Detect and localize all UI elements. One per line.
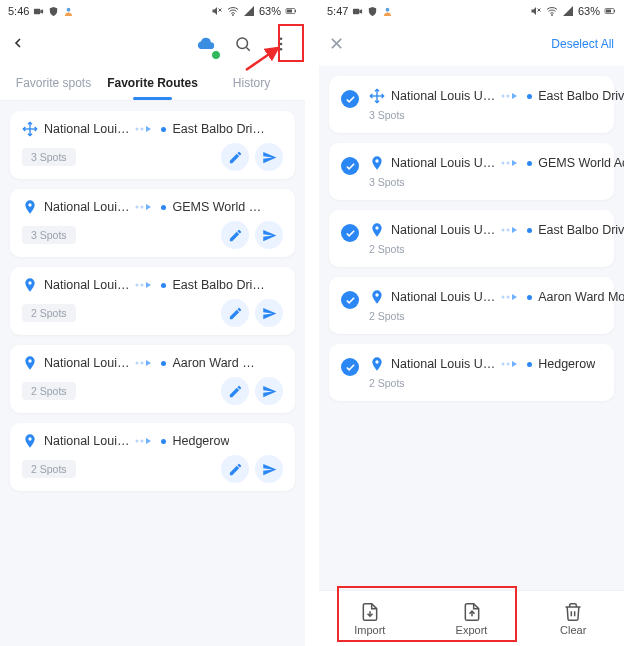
import-icon: [360, 602, 380, 622]
svg-point-12: [280, 48, 283, 51]
route-text: National Louis U…Hedgerow: [391, 357, 602, 371]
checkbox-checked[interactable]: [341, 291, 359, 309]
svg-point-45: [375, 226, 378, 229]
svg-point-48: [375, 293, 378, 296]
svg-point-42: [375, 159, 378, 162]
edit-button[interactable]: [221, 221, 249, 249]
signal-icon: [562, 5, 574, 17]
svg-point-34: [551, 15, 552, 16]
route-card[interactable]: National Loui…East Balbo Dri…2 Spots: [10, 267, 295, 335]
route-dot-icon: [527, 228, 532, 233]
route-card[interactable]: National Loui…Aaron Ward …2 Spots: [10, 345, 295, 413]
route-from: National Loui…: [44, 122, 129, 136]
edit-button[interactable]: [221, 299, 249, 327]
route-arrow-icon: [135, 359, 155, 367]
navbar: [0, 22, 305, 66]
battery-text: 63%: [259, 5, 281, 17]
route-dot-icon: [161, 361, 166, 366]
status-user-icon: [382, 6, 393, 17]
svg-point-52: [502, 363, 505, 366]
back-button[interactable]: [10, 35, 26, 54]
route-to: East Balbo Drive: [538, 223, 624, 237]
svg-point-53: [507, 363, 510, 366]
clear-button[interactable]: Clear: [522, 591, 624, 646]
route-to: East Balbo Dri…: [172, 122, 264, 136]
edit-button[interactable]: [221, 143, 249, 171]
tab-favorite-routes[interactable]: Favorite Routes: [103, 66, 202, 100]
route-card[interactable]: National Loui…Hedgerow2 Spots: [10, 423, 295, 491]
route-list-selection[interactable]: National Louis U…East Balbo Drive3 Spots…: [319, 66, 624, 590]
route-from: National Loui…: [44, 278, 129, 292]
edit-button[interactable]: [221, 455, 249, 483]
route-card-selected[interactable]: National Louis U…Aaron Ward Mon…2 Spots: [329, 277, 614, 334]
send-button[interactable]: [255, 455, 283, 483]
svg-point-15: [136, 128, 139, 131]
route-card[interactable]: National Loui…East Balbo Dri…3 Spots: [10, 111, 295, 179]
svg-point-23: [28, 359, 31, 362]
route-dot-icon: [527, 362, 532, 367]
svg-point-46: [502, 229, 505, 232]
route-dot-icon: [527, 94, 532, 99]
route-text: National Loui…East Balbo Dri…: [44, 278, 283, 292]
svg-point-41: [507, 95, 510, 98]
phone-left: 5:46 63%: [0, 0, 305, 646]
deselect-all-button[interactable]: Deselect All: [551, 37, 614, 51]
checkbox-checked[interactable]: [341, 224, 359, 242]
route-card-selected[interactable]: National Louis U…East Balbo Drive3 Spots: [329, 76, 614, 133]
battery-text: 63%: [578, 5, 600, 17]
checkbox-checked[interactable]: [341, 157, 359, 175]
spots-count: 3 Spots: [22, 226, 76, 244]
tab-history[interactable]: History: [202, 66, 301, 100]
send-button[interactable]: [255, 299, 283, 327]
route-from: National Loui…: [44, 200, 129, 214]
send-button[interactable]: [255, 377, 283, 405]
route-text: National Loui…Hedgerow: [44, 434, 283, 448]
send-button[interactable]: [255, 143, 283, 171]
overflow-menu-button[interactable]: [267, 30, 295, 58]
cloud-sync-button[interactable]: [191, 30, 219, 58]
close-button[interactable]: ✕: [329, 33, 344, 55]
svg-rect-0: [34, 8, 40, 14]
status-shield-icon: [367, 6, 378, 17]
svg-point-25: [141, 362, 144, 365]
svg-point-49: [502, 296, 505, 299]
status-cam-icon: [33, 6, 44, 17]
spots-count: 3 Spots: [369, 176, 624, 188]
route-from: National Louis U…: [391, 89, 495, 103]
route-card-selected[interactable]: National Louis U…Hedgerow2 Spots: [329, 344, 614, 401]
spots-count: 2 Spots: [369, 310, 624, 322]
svg-point-22: [141, 284, 144, 287]
route-text: National Louis U…GEMS World Aca…: [391, 156, 624, 170]
route-list[interactable]: National Loui…East Balbo Dri…3 SpotsNati…: [0, 101, 305, 646]
checkbox-checked[interactable]: [341, 358, 359, 376]
search-button[interactable]: [229, 30, 257, 58]
edit-button[interactable]: [221, 377, 249, 405]
tab-favorite-spots[interactable]: Favorite spots: [4, 66, 103, 100]
spots-count: 2 Spots: [369, 243, 624, 255]
status-time: 5:47: [327, 5, 348, 17]
route-arrow-icon: [501, 226, 521, 234]
route-text: National Louis U…East Balbo Drive: [391, 223, 624, 237]
export-label: Export: [456, 624, 488, 636]
tabs: Favorite spots Favorite Routes History: [0, 66, 305, 101]
route-card-selected[interactable]: National Louis U…GEMS World Aca…3 Spots: [329, 143, 614, 200]
route-text: National Loui…Aaron Ward …: [44, 356, 283, 370]
move-icon: [369, 88, 385, 104]
route-card[interactable]: National Loui…GEMS World …3 Spots: [10, 189, 295, 257]
export-icon: [462, 602, 482, 622]
pin-icon: [369, 155, 385, 171]
import-label: Import: [354, 624, 385, 636]
route-to: Hedgerow: [172, 434, 229, 448]
route-to: Aaron Ward …: [172, 356, 254, 370]
send-button[interactable]: [255, 221, 283, 249]
checkbox-checked[interactable]: [341, 90, 359, 108]
svg-point-26: [28, 437, 31, 440]
svg-point-20: [28, 281, 31, 284]
svg-point-18: [136, 206, 139, 209]
route-card-selected[interactable]: National Louis U…East Balbo Drive2 Spots: [329, 210, 614, 267]
svg-point-16: [141, 128, 144, 131]
pin-icon: [22, 199, 38, 215]
import-button[interactable]: Import: [319, 591, 421, 646]
export-button[interactable]: Export: [421, 591, 523, 646]
mute-icon: [530, 5, 542, 17]
